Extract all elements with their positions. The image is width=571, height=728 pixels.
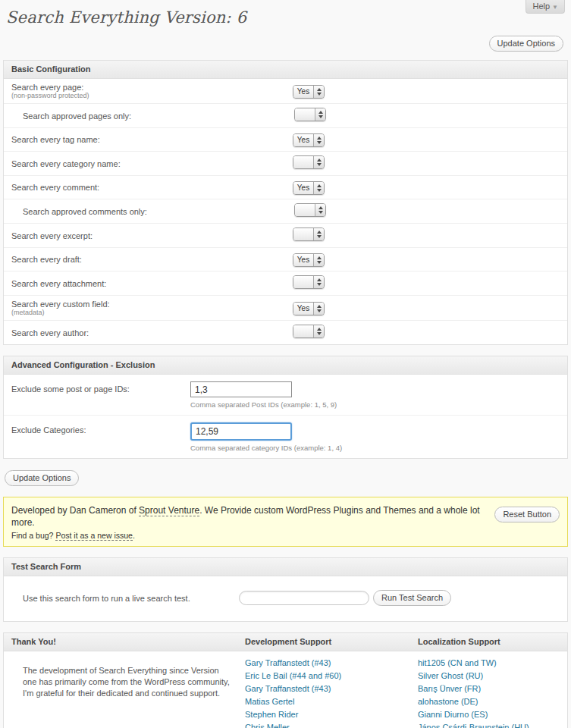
support-list-item: Matias Gertel bbox=[245, 698, 418, 706]
config-row: Search every excerpt: bbox=[4, 223, 567, 247]
exclude-categories-input[interactable] bbox=[190, 422, 292, 441]
thank-you-paragraph: The development of Search Everything sin… bbox=[23, 665, 230, 699]
select-stepper-icon bbox=[313, 156, 324, 168]
thank-you-header-row: Thank You! Development Support Localizat… bbox=[4, 633, 567, 651]
yes-no-select[interactable]: Yes bbox=[293, 85, 325, 99]
select-value bbox=[293, 325, 313, 337]
config-row-label-col: Search every draft: bbox=[11, 255, 293, 264]
yes-no-select[interactable] bbox=[294, 108, 326, 121]
config-row-control-col bbox=[293, 275, 325, 291]
basic-configuration-header: Basic Configuration bbox=[4, 61, 567, 79]
select-stepper-icon bbox=[315, 108, 325, 121]
select-value: Yes bbox=[293, 134, 313, 146]
test-search-description: Use this search form to run a live searc… bbox=[11, 594, 239, 603]
yes-no-select[interactable]: Yes bbox=[293, 253, 325, 267]
update-options-button-top[interactable]: Update Options bbox=[489, 36, 563, 52]
support-link[interactable]: Barış Ünver (FR) bbox=[418, 684, 481, 693]
notice-line1-pre: Developed by Dan Cameron of bbox=[11, 505, 139, 516]
select-stepper-icon bbox=[313, 86, 324, 98]
config-row: Search approved comments only: bbox=[4, 199, 567, 223]
config-row-label: Search approved comments only: bbox=[23, 207, 294, 216]
config-row-control-col: Yes bbox=[293, 83, 325, 99]
config-row-control-col bbox=[293, 228, 325, 243]
select-value bbox=[293, 276, 313, 288]
yes-no-select[interactable] bbox=[294, 203, 326, 217]
support-list-item: János Csárdi-Braunstein (HU) bbox=[418, 723, 560, 728]
support-link[interactable]: Stephen Rider bbox=[245, 710, 298, 719]
config-row-label-col: Search every attachment: bbox=[11, 279, 293, 288]
localization-support-header: Localization Support bbox=[418, 637, 560, 646]
support-link[interactable]: hit1205 (CN and TW) bbox=[418, 658, 497, 667]
thank-you-column: The development of Search Everything sin… bbox=[11, 659, 245, 728]
config-row: Search every category name: bbox=[4, 151, 567, 175]
update-options-button-bottom[interactable]: Update Options bbox=[5, 470, 79, 486]
config-row-label: Search every page: bbox=[11, 83, 293, 92]
support-link[interactable]: Silver Ghost (RU) bbox=[418, 671, 483, 680]
select-value bbox=[295, 204, 315, 216]
support-link[interactable]: alohastone (DE) bbox=[418, 697, 478, 706]
exclude-categories-help: Comma separated category IDs (example: 1… bbox=[190, 444, 342, 452]
support-list-item: Barış Ünver (FR) bbox=[418, 685, 560, 693]
config-row: Search every tag name: Yes bbox=[4, 127, 567, 151]
support-list-item: Gary Traffanstedt (#43) bbox=[245, 659, 418, 667]
config-row-label: Search every custom field: bbox=[11, 300, 293, 309]
yes-no-select[interactable] bbox=[293, 228, 325, 241]
support-link[interactable]: Chris Meller bbox=[245, 723, 290, 728]
developer-notice: Developed by Dan Cameron of Sprout Ventu… bbox=[3, 497, 568, 547]
reset-button[interactable]: Reset Button bbox=[494, 507, 560, 522]
support-link[interactable]: Eric Le Bail (#44 and #60) bbox=[245, 671, 341, 680]
yes-no-select[interactable] bbox=[293, 275, 325, 289]
yes-no-select[interactable]: Yes bbox=[293, 302, 325, 315]
select-value: Yes bbox=[293, 86, 313, 98]
support-link[interactable]: Matias Gertel bbox=[245, 697, 294, 706]
notice-line1: Developed by Dan Cameron of Sprout Ventu… bbox=[11, 504, 495, 529]
yes-no-select[interactable] bbox=[293, 325, 325, 338]
support-list-item: alohastone (DE) bbox=[418, 698, 560, 706]
support-list-item: Eric Le Bail (#44 and #60) bbox=[245, 672, 418, 680]
select-stepper-icon bbox=[313, 182, 324, 194]
select-stepper-icon bbox=[313, 254, 324, 266]
test-search-input[interactable] bbox=[239, 591, 369, 605]
test-search-body: Use this search form to run a live searc… bbox=[4, 576, 567, 621]
config-row: Search every attachment: bbox=[4, 271, 567, 295]
support-list-item: Gianni Diurno (ES) bbox=[418, 711, 560, 719]
select-stepper-icon bbox=[313, 134, 324, 146]
support-list-item: Silver Ghost (RU) bbox=[418, 672, 560, 680]
config-row-label-col: Search approved pages only: bbox=[23, 111, 294, 121]
support-link[interactable]: János Csárdi-Braunstein (HU) bbox=[418, 723, 529, 728]
yes-no-select[interactable]: Yes bbox=[293, 181, 325, 195]
config-row-label-col: Search every author: bbox=[11, 328, 293, 337]
sprout-venture-link[interactable]: Sprout Venture bbox=[139, 505, 199, 516]
yes-no-select[interactable]: Yes bbox=[293, 133, 325, 147]
select-stepper-icon bbox=[313, 303, 324, 315]
config-row-label: Search every author: bbox=[11, 328, 293, 337]
config-row-control-col: Yes bbox=[293, 300, 325, 315]
run-test-search-button[interactable]: Run Test Search bbox=[373, 590, 451, 606]
exclude-categories-row: Exclude Categories: Comma separated cate… bbox=[4, 415, 567, 458]
config-row-label-col: Search approved comments only: bbox=[23, 207, 294, 216]
config-row-label: Search approved pages only: bbox=[23, 111, 294, 121]
exclude-posts-input[interactable] bbox=[190, 381, 292, 397]
config-row-control-col bbox=[294, 108, 326, 124]
advanced-configuration-header: Advanced Configuration - Exclusion bbox=[4, 356, 567, 375]
select-stepper-icon bbox=[313, 276, 324, 288]
config-row-control-col: Yes bbox=[293, 252, 325, 267]
config-row-label: Search every category name: bbox=[11, 159, 293, 168]
exclude-posts-help: Comma separated Post IDs (example: 1, 5,… bbox=[190, 400, 337, 409]
yes-no-select[interactable] bbox=[293, 155, 325, 169]
config-row-label: Search every draft: bbox=[11, 255, 293, 264]
support-link[interactable]: Gary Traffanstedt (#43) bbox=[245, 684, 331, 693]
support-list-item: Gary Traffanstedt (#43) bbox=[245, 685, 418, 693]
support-link[interactable]: Gary Traffanstedt (#43) bbox=[245, 658, 331, 667]
support-link[interactable]: Gianni Diurno (ES) bbox=[418, 710, 488, 719]
page-title: Search Everything Version: 6 bbox=[6, 8, 571, 27]
bug-report-link[interactable]: Post it as a new issue bbox=[55, 531, 133, 541]
support-list-item: Stephen Rider bbox=[245, 711, 418, 719]
help-button-label: Help bbox=[532, 2, 550, 11]
thank-you-header: Thank You! bbox=[11, 637, 245, 646]
config-row-control-col bbox=[293, 325, 325, 340]
localization-support-column: hit1205 (CN and TW) Silver Ghost (RU) Ba… bbox=[418, 659, 560, 728]
thank-you-panel: Thank You! Development Support Localizat… bbox=[3, 632, 568, 728]
config-row-control-col: Yes bbox=[293, 132, 325, 147]
help-button[interactable]: Help▼ bbox=[526, 0, 565, 14]
